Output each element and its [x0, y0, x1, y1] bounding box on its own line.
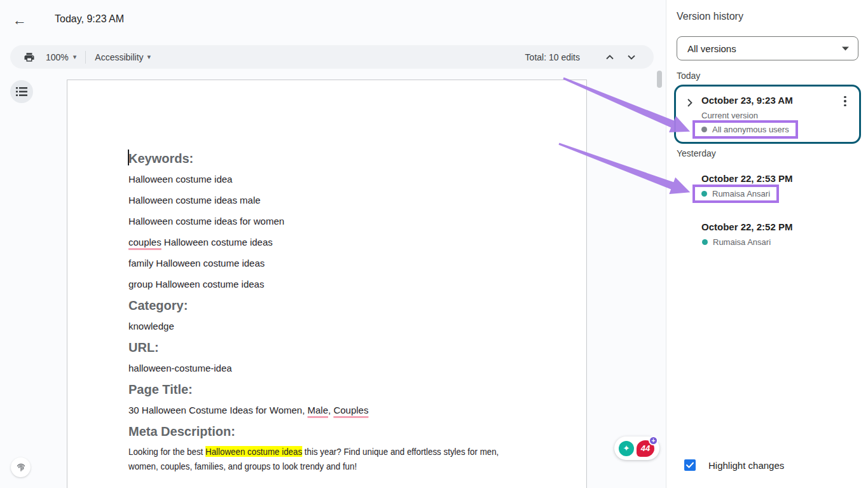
accessibility-label: Accessibility: [95, 52, 143, 62]
meta-prefix: Looking for the best: [128, 446, 205, 457]
highlighted-text: Halloween costume ideas: [205, 446, 302, 457]
version-author: All anonymous users: [712, 125, 789, 134]
header: ← Today, 9:23 AM: [0, 0, 666, 39]
chevron-up-icon: [606, 55, 614, 60]
version-author: Rumaisa Ansari: [713, 237, 771, 247]
print-button[interactable]: [20, 48, 38, 66]
fingerprint-icon: [15, 462, 27, 473]
expand-version-button[interactable]: [684, 96, 696, 109]
lightbulb-icon: ✦: [619, 441, 634, 456]
highlight-changes-checkbox[interactable]: [684, 459, 696, 471]
category-value: knowledge: [128, 318, 548, 335]
chevron-down-icon: [628, 55, 635, 60]
keyword-line: Halloween costume ideas for women: [128, 213, 548, 230]
vertical-scrollbar-thumb[interactable]: [657, 71, 662, 88]
suggestion-count-badge: 44 +: [637, 440, 654, 457]
toolbar-divider: [85, 51, 86, 64]
version-item-252pm[interactable]: October 22, 2:52 PM: [701, 221, 792, 232]
checkmark-icon: [686, 462, 694, 468]
next-edit-button[interactable]: [623, 49, 640, 66]
user-color-dot: [701, 191, 707, 197]
keyword-line: Halloween costume ideas male: [128, 192, 548, 209]
keyword-line: Halloween costume idea: [128, 171, 548, 188]
keyword-line: group Halloween costume ideas: [128, 276, 548, 293]
suggestion-count: 44: [641, 443, 650, 453]
changed-text: couples: [128, 237, 162, 247]
version-header-title: Today, 9:23 AM: [55, 13, 124, 25]
annotation-box-rumaisa: Rumaisa Ansari: [692, 185, 779, 203]
preview-toolbar: 100% ▾ Accessibility ▾ Total: 10 edits: [10, 45, 654, 69]
total-edits-label: Total: 10 edits: [525, 52, 580, 62]
page-title-value: 30 Halloween Costume Ideas for Women, Ma…: [128, 402, 548, 419]
document-content: Keywords: Halloween costume idea Hallowe…: [67, 80, 586, 473]
version-history-sidebar: Version history All versions Today Octob…: [666, 0, 868, 488]
current-version-badge: Current version: [701, 111, 758, 120]
chevron-down-icon: ▾: [73, 53, 77, 61]
keywords-heading: Keywords:: [128, 150, 548, 167]
versions-filter-value: All versions: [687, 43, 736, 54]
page-title-heading: Page Title:: [128, 381, 548, 398]
print-icon: [24, 52, 35, 63]
version-author-row: Rumaisa Ansari: [702, 237, 771, 247]
meta-description-value: Looking for the best Halloween costume i…: [128, 444, 525, 473]
keyword-line-rest: Halloween costume ideas: [162, 237, 273, 247]
category-heading: Category:: [128, 297, 548, 314]
document-page: Keywords: Halloween costume idea Hallowe…: [67, 80, 587, 488]
version-options-button[interactable]: [837, 94, 853, 109]
changed-text: Male: [308, 405, 329, 415]
chevron-down-icon: [842, 46, 849, 51]
page-title-prefix: 30 Halloween Costume Ideas for Women,: [128, 405, 308, 415]
sidebar-title: Version history: [677, 11, 743, 22]
zoom-value: 100%: [46, 52, 69, 62]
meta-description-heading: Meta Description:: [128, 423, 548, 440]
document-preview-area: ← Today, 9:23 AM 100% ▾ Accessibility ▾ …: [0, 0, 666, 488]
version-timestamp: October 23, 9:23 AM: [701, 95, 793, 106]
group-label-today: Today: [677, 71, 700, 81]
plus-icon: +: [649, 436, 658, 445]
suggestions-extension-badge[interactable]: ✦ 44 +: [614, 436, 659, 460]
versions-filter-dropdown[interactable]: All versions: [677, 36, 858, 60]
highlight-changes-row: Highlight changes: [684, 459, 784, 471]
version-history-screen: ← Today, 9:23 AM 100% ▾ Accessibility ▾ …: [0, 0, 868, 488]
keyword-line: couples Halloween costume ideas: [128, 234, 548, 251]
highlight-changes-label: Highlight changes: [708, 460, 784, 471]
version-item-current[interactable]: October 23, 9:23 AM Current version All …: [674, 85, 861, 144]
zoom-dropdown[interactable]: 100% ▾: [46, 52, 76, 62]
group-label-yesterday: Yesterday: [677, 148, 716, 158]
version-item-253pm[interactable]: October 22, 2:53 PM: [701, 173, 792, 184]
chevron-right-icon: [687, 99, 692, 107]
document-outline-icon: [16, 87, 27, 96]
keyword-line: family Halloween costume ideas: [128, 255, 548, 272]
changed-text: Couples: [333, 405, 368, 415]
user-color-dot: [702, 239, 708, 245]
show-outline-button[interactable]: [10, 80, 33, 103]
back-button[interactable]: ←: [10, 11, 29, 30]
chevron-down-icon: ▾: [148, 53, 151, 61]
previous-edit-button[interactable]: [602, 49, 618, 66]
url-heading: URL:: [128, 339, 548, 356]
annotation-box-anonymous-users: All anonymous users: [692, 120, 798, 139]
hidden-user-button[interactable]: [11, 457, 31, 477]
accessibility-dropdown[interactable]: Accessibility ▾: [95, 52, 151, 62]
user-color-dot: [701, 127, 707, 132]
url-value: halloween-costume-idea: [128, 360, 548, 377]
text-cursor: [128, 150, 129, 165]
version-author: Rumaisa Ansari: [712, 189, 770, 199]
